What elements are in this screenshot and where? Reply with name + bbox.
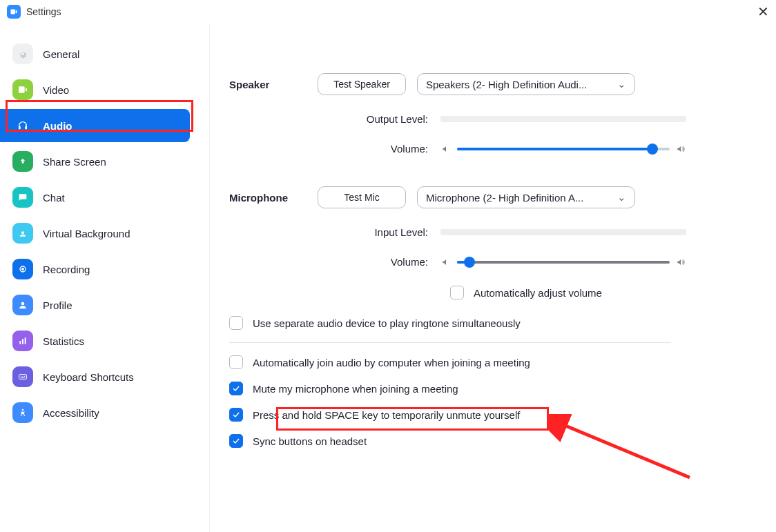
sidebar-label: Virtual Background (43, 228, 130, 239)
speaker-select[interactable]: Speakers (2- High Definition Audi... ⌄ (417, 73, 635, 95)
svg-point-8 (22, 376, 23, 377)
volume-low-icon (440, 257, 452, 268)
separate-audio-checkbox[interactable] (229, 316, 243, 330)
content-area: Speaker Test Speaker Speakers (2- High D… (210, 23, 776, 532)
sidebar-label: Keyboard Shortcuts (43, 371, 134, 383)
output-level-meter (440, 116, 686, 122)
auto-join-checkbox[interactable] (229, 355, 243, 369)
speaker-volume-slider[interactable] (457, 148, 670, 150)
sync-headset-label: Sync buttons on headset (253, 435, 367, 447)
virtual-background-icon (12, 223, 33, 244)
mute-on-join-label: Mute my microphone when joining a meetin… (253, 383, 458, 395)
sidebar-item-statistics[interactable]: Statistics (0, 324, 190, 357)
sidebar-item-virtual-background[interactable]: Virtual Background (0, 217, 190, 250)
input-level-meter (440, 229, 686, 235)
sidebar-item-share-screen[interactable]: Share Screen (0, 145, 190, 178)
speaker-volume-label: Volume: (229, 143, 428, 155)
auto-join-label: Automatically join audio by computer whe… (253, 357, 530, 368)
chat-icon (12, 187, 33, 208)
app-logo-icon (7, 5, 21, 19)
svg-rect-10 (21, 377, 24, 378)
sidebar-item-profile[interactable]: Profile (0, 288, 190, 322)
sidebar-label: General (43, 48, 79, 60)
window-title: Settings (26, 6, 61, 17)
sync-headset-checkbox[interactable] (229, 434, 243, 448)
sidebar-label: Share Screen (43, 156, 106, 168)
sidebar-item-audio[interactable]: Audio (0, 109, 190, 142)
output-level-label: Output Level: (229, 113, 428, 125)
volume-low-icon (440, 144, 452, 155)
chevron-down-icon: ⌄ (617, 191, 626, 204)
mic-select-value: Microphone (2- High Definition A... (426, 192, 583, 204)
mic-volume-slider[interactable] (457, 261, 670, 264)
gear-icon (12, 43, 33, 64)
close-icon[interactable]: ✕ (757, 5, 769, 19)
chevron-down-icon: ⌄ (617, 78, 626, 90)
sidebar-label: Profile (43, 299, 72, 311)
video-icon (12, 79, 33, 100)
sidebar-label: Recording (43, 264, 90, 275)
input-level-label: Input Level: (229, 226, 428, 238)
titlebar: Settings ✕ (0, 0, 776, 23)
svg-rect-3 (19, 341, 21, 344)
svg-point-7 (21, 376, 21, 377)
headphone-icon (12, 115, 33, 136)
separate-audio-label: Use separate audio device to play ringto… (253, 317, 521, 329)
keyboard-icon (12, 366, 33, 387)
svg-point-1 (21, 268, 24, 270)
speaker-label: Speaker (229, 79, 318, 90)
sidebar-item-keyboard-shortcuts[interactable]: Keyboard Shortcuts (0, 360, 190, 393)
profile-icon (12, 295, 33, 315)
recording-icon (12, 259, 33, 279)
sidebar-item-video[interactable]: Video (0, 73, 190, 106)
divider (229, 342, 671, 343)
space-unmute-label: Press and hold SPACE key to temporarily … (253, 409, 520, 421)
test-speaker-button[interactable]: Test Speaker (318, 73, 406, 95)
sidebar-label: Video (43, 84, 69, 96)
sidebar-label: Accessibility (43, 407, 99, 419)
sidebar-item-accessibility[interactable]: Accessibility (0, 396, 190, 429)
share-screen-icon (12, 151, 33, 172)
space-unmute-checkbox[interactable] (229, 408, 243, 422)
sidebar-item-chat[interactable]: Chat (0, 181, 190, 214)
sidebar-item-recording[interactable]: Recording (0, 253, 190, 286)
mic-select[interactable]: Microphone (2- High Definition A... ⌄ (417, 186, 635, 208)
svg-point-11 (22, 409, 24, 411)
sidebar-item-general[interactable]: General (0, 37, 190, 70)
mic-volume-label: Volume: (229, 256, 428, 268)
statistics-icon (12, 331, 33, 351)
volume-high-icon (675, 144, 686, 155)
mute-on-join-checkbox[interactable] (229, 382, 243, 395)
sidebar-label: Audio (43, 120, 72, 132)
svg-point-2 (21, 302, 25, 306)
svg-point-9 (24, 376, 25, 377)
svg-rect-5 (25, 337, 26, 344)
volume-high-icon (675, 257, 686, 268)
speaker-select-value: Speakers (2- High Definition Audi... (426, 79, 587, 90)
accessibility-icon (12, 402, 33, 423)
auto-adjust-checkbox[interactable] (450, 286, 464, 299)
microphone-label: Microphone (229, 192, 318, 204)
test-mic-button[interactable]: Test Mic (318, 186, 406, 208)
sidebar: General Video Audio Share Screen Chat (0, 23, 210, 532)
auto-adjust-label: Automatically adjust volume (474, 287, 602, 299)
sidebar-label: Chat (43, 192, 65, 204)
sidebar-label: Statistics (43, 335, 84, 347)
svg-rect-4 (22, 339, 23, 344)
